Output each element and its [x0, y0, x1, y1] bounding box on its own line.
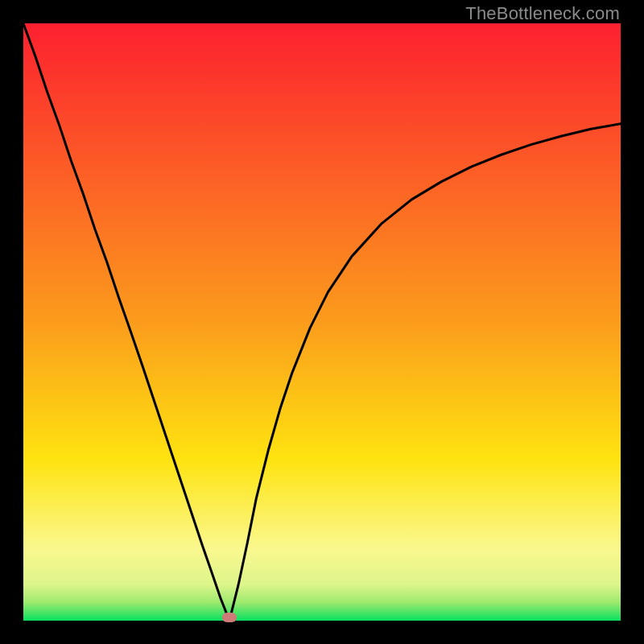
- chart-frame: [23, 23, 621, 621]
- gradient-background: [23, 23, 621, 621]
- watermark: TheBottleneck.com: [465, 3, 620, 24]
- chart-svg: [23, 23, 621, 621]
- optimal-marker: [222, 613, 237, 622]
